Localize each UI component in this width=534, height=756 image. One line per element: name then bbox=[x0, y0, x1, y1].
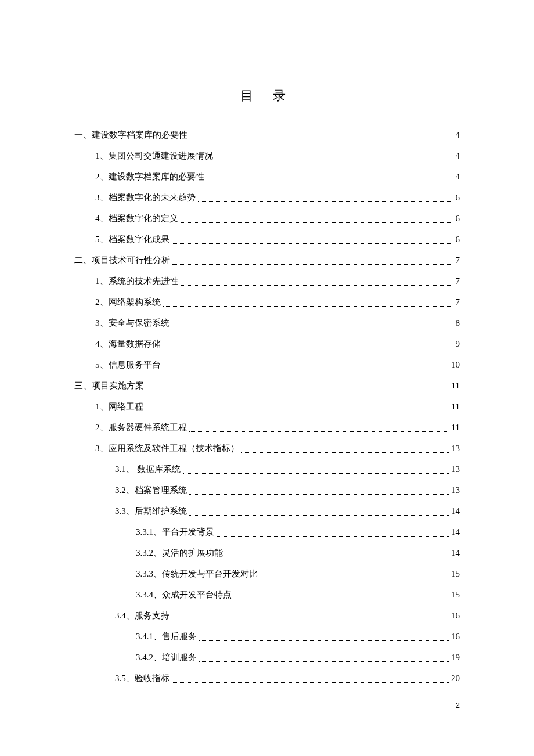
toc-entry-page: 15 bbox=[451, 584, 460, 605]
toc-leader-dots bbox=[163, 306, 453, 307]
toc-entry-text: 2、网络架构系统 bbox=[95, 291, 161, 312]
toc-entry-page: 11 bbox=[452, 396, 460, 417]
toc-entry-text: 4、档案数字化的定义 bbox=[95, 208, 178, 229]
toc-entry-page: 6 bbox=[456, 229, 460, 250]
toc-entry: 4、档案数字化的定义6 bbox=[74, 208, 460, 229]
toc-entry: 4、海量数据存储9 bbox=[74, 333, 460, 354]
toc-leader-dots bbox=[146, 411, 449, 411]
toc-leader-dots bbox=[183, 473, 449, 474]
toc-entry: 一、建设数字档案库的必要性4 bbox=[74, 124, 460, 145]
toc-leader-dots bbox=[199, 640, 449, 641]
toc-leader-dots bbox=[199, 661, 449, 662]
toc-entry: 2、网络架构系统7 bbox=[74, 291, 460, 312]
toc-entry-page: 13 bbox=[451, 438, 460, 459]
toc-leader-dots bbox=[215, 160, 453, 160]
toc-entry: 3.3.2、灵活的扩展功能14 bbox=[74, 542, 460, 563]
toc-entry-text: 2、服务器硬件系统工程 bbox=[95, 417, 187, 438]
toc-entry-text: 3.3.1、平台开发背景 bbox=[136, 521, 214, 542]
toc-entry: 5、信息服务平台10 bbox=[74, 354, 460, 375]
toc-entry-page: 6 bbox=[456, 187, 460, 208]
toc-entry-text: 4、海量数据存储 bbox=[95, 333, 161, 354]
toc-entry-page: 7 bbox=[456, 250, 460, 271]
toc-leader-dots bbox=[260, 578, 449, 578]
toc-leader-dots bbox=[172, 682, 449, 683]
toc-entry-text: 3、安全与保密系统 bbox=[95, 312, 169, 333]
toc-entry-page: 7 bbox=[456, 291, 460, 312]
toc-entry: 2、建设数字档案库的必要性4 bbox=[74, 166, 460, 187]
toc-entry: 3.1、 数据库系统13 bbox=[74, 459, 460, 480]
toc-entry: 5、档案数字化成果6 bbox=[74, 229, 460, 250]
toc-entry-text: 3.4、服务支持 bbox=[115, 605, 169, 626]
toc-entry-page: 19 bbox=[451, 647, 460, 668]
toc-entry-page: 13 bbox=[451, 480, 460, 501]
toc-leader-dots bbox=[198, 201, 453, 202]
toc-entry: 3.3、后期维护系统14 bbox=[74, 501, 460, 521]
toc-entry-page: 15 bbox=[451, 563, 460, 584]
toc-entry: 3.4.1、售后服务16 bbox=[74, 626, 460, 647]
toc-entry-page: 4 bbox=[456, 124, 460, 145]
toc-entry-text: 3、应用系统及软件工程（技术指标） bbox=[95, 438, 239, 459]
toc-entry-page: 11 bbox=[452, 417, 460, 438]
toc-entry: 3.4、服务支持16 bbox=[74, 605, 460, 626]
toc-entry: 2、服务器硬件系统工程11 bbox=[74, 417, 460, 438]
toc-entry-page: 4 bbox=[456, 145, 460, 166]
toc-entry: 3.4.2、培训服务19 bbox=[74, 647, 460, 668]
toc-entry-page: 4 bbox=[456, 166, 460, 187]
toc-entry: 3、应用系统及软件工程（技术指标）13 bbox=[74, 438, 460, 459]
toc-leader-dots bbox=[217, 536, 449, 537]
toc-entry-text: 三、项目实施方案 bbox=[74, 375, 144, 396]
toc-entry-page: 20 bbox=[451, 668, 460, 689]
toc-entry: 3.2、档案管理系统13 bbox=[74, 480, 460, 501]
toc-title: 目 录 bbox=[74, 87, 460, 105]
toc-leader-dots bbox=[241, 452, 449, 453]
toc-leader-dots bbox=[172, 327, 453, 327]
toc-entry-text: 二、项目技术可行性分析 bbox=[74, 250, 170, 271]
toc-list: 一、建设数字档案库的必要性41、集团公司交通建设进展情况42、建设数字档案库的必… bbox=[74, 124, 460, 689]
toc-leader-dots bbox=[207, 181, 453, 181]
toc-entry: 三、项目实施方案11 bbox=[74, 375, 460, 396]
toc-entry-text: 3.2、档案管理系统 bbox=[115, 480, 187, 501]
toc-entry-text: 一、建设数字档案库的必要性 bbox=[74, 124, 187, 145]
toc-entry: 3、安全与保密系统8 bbox=[74, 312, 460, 333]
toc-entry-text: 1、系统的技术先进性 bbox=[95, 271, 178, 291]
toc-entry: 1、集团公司交通建设进展情况4 bbox=[74, 145, 460, 166]
toc-entry-page: 14 bbox=[451, 521, 460, 542]
toc-leader-dots bbox=[181, 285, 453, 286]
toc-leader-dots bbox=[172, 264, 453, 265]
toc-entry-text: 3.3.3、传统开发与平台开发对比 bbox=[136, 563, 258, 584]
toc-leader-dots bbox=[163, 348, 453, 348]
toc-leader-dots bbox=[189, 494, 449, 495]
toc-entry-text: 3.5、验收指标 bbox=[115, 668, 169, 689]
toc-entry-page: 13 bbox=[451, 459, 460, 480]
toc-entry: 3.3.3、传统开发与平台开发对比15 bbox=[74, 563, 460, 584]
toc-leader-dots bbox=[189, 515, 449, 516]
toc-leader-dots bbox=[189, 431, 449, 432]
toc-entry-text: 5、档案数字化成果 bbox=[95, 229, 169, 250]
toc-entry: 二、项目技术可行性分析7 bbox=[74, 250, 460, 271]
toc-entry: 1、网络工程11 bbox=[74, 396, 460, 417]
toc-entry-page: 6 bbox=[456, 208, 460, 229]
toc-entry-page: 8 bbox=[456, 312, 460, 333]
page-number: 2 bbox=[456, 701, 460, 710]
toc-entry-text: 3.4.1、售后服务 bbox=[136, 626, 197, 647]
document-page: 目 录 一、建设数字档案库的必要性41、集团公司交通建设进展情况42、建设数字档… bbox=[0, 0, 534, 723]
toc-entry-text: 3.1、 数据库系统 bbox=[115, 459, 181, 480]
toc-entry: 3.3.1、平台开发背景14 bbox=[74, 521, 460, 542]
toc-entry-page: 14 bbox=[451, 501, 460, 521]
toc-entry-page: 10 bbox=[451, 354, 460, 375]
toc-leader-dots bbox=[225, 557, 449, 557]
toc-entry: 1、系统的技术先进性7 bbox=[74, 271, 460, 291]
toc-entry-page: 7 bbox=[456, 271, 460, 291]
toc-entry-page: 16 bbox=[451, 605, 460, 626]
toc-entry-text: 3、档案数字化的未来趋势 bbox=[95, 187, 196, 208]
toc-leader-dots bbox=[163, 369, 449, 369]
toc-entry-text: 1、集团公司交通建设进展情况 bbox=[95, 145, 213, 166]
toc-leader-dots bbox=[181, 222, 453, 223]
toc-entry-page: 9 bbox=[456, 333, 460, 354]
toc-leader-dots bbox=[172, 243, 453, 244]
toc-entry-text: 3.3.2、灵活的扩展功能 bbox=[136, 542, 223, 563]
toc-entry: 3.3.4、众成开发平台特点15 bbox=[74, 584, 460, 605]
toc-leader-dots bbox=[172, 620, 449, 620]
toc-entry: 3.5、验收指标20 bbox=[74, 668, 460, 689]
toc-entry: 3、档案数字化的未来趋势6 bbox=[74, 187, 460, 208]
